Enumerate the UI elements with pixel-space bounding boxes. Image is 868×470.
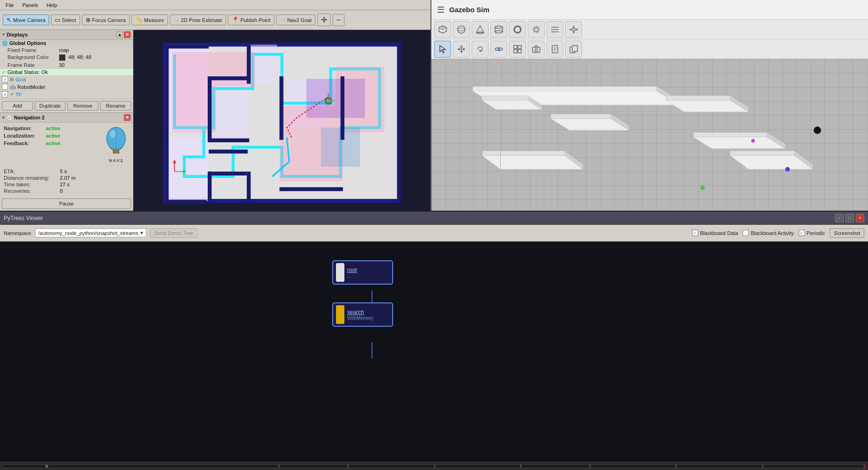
- root-node-box[interactable]: root ...: [332, 260, 393, 285]
- bg-color-swatch[interactable]: [59, 54, 66, 61]
- root-node[interactable]: root ...: [332, 260, 393, 285]
- svg-rect-83: [514, 45, 517, 49]
- svg-rect-35: [247, 44, 250, 83]
- menu-file[interactable]: File: [2, 1, 18, 9]
- lines-tool-btn[interactable]: [547, 21, 563, 38]
- displays-header: ▾ Displays ▲ ✕: [0, 30, 133, 40]
- root-name[interactable]: root: [347, 267, 357, 273]
- rename-btn[interactable]: Rename: [100, 101, 131, 110]
- svg-rect-29: [165, 44, 168, 201]
- display-buttons: Add Duplicate Remove Rename: [0, 99, 133, 112]
- move-camera-icon: ↖: [7, 16, 12, 23]
- cone-tool-btn[interactable]: [472, 21, 489, 38]
- minimize-btn[interactable]: −: [835, 214, 844, 222]
- blackboard-activity-option: Blackboard Activity: [743, 230, 794, 236]
- svg-rect-84: [518, 45, 521, 49]
- camera-gazebo-btn[interactable]: [528, 41, 545, 58]
- move-camera-btn[interactable]: ↖ Move Camera: [3, 15, 49, 25]
- screenshot-btn[interactable]: Screenshot: [830, 228, 864, 238]
- search-node[interactable]: search WithMemory: [332, 302, 393, 327]
- nav-status-row: Navigation: active: [4, 125, 99, 131]
- orbit-gazebo-btn[interactable]: [490, 41, 507, 58]
- particle-tool-btn[interactable]: [565, 21, 582, 38]
- global-options-item[interactable]: 🌐 Global Options: [0, 40, 133, 47]
- duplicate-btn[interactable]: Duplicate: [35, 101, 66, 110]
- svg-rect-33: [208, 76, 249, 80]
- nav2-balloon-label: NAV2: [109, 158, 124, 163]
- pose-estimate-btn[interactable]: → 2D Pose Estimate: [170, 15, 226, 25]
- menu-help[interactable]: Help: [43, 1, 61, 9]
- search-node-box[interactable]: search WithMemory: [332, 302, 393, 327]
- rotate-gazebo-btn[interactable]: [472, 41, 489, 58]
- nav2-goal-btn[interactable]: → Nav2 Goal: [276, 15, 315, 25]
- nav2-collapse[interactable]: ▾: [2, 115, 5, 120]
- measure-icon: 📏: [135, 16, 143, 23]
- pause-btn[interactable]: Pause: [2, 198, 131, 209]
- close-btn[interactable]: ✕: [856, 214, 864, 222]
- blackboard-activity-checkbox[interactable]: [743, 230, 749, 236]
- robotmodel-display-item[interactable]: 🤖 RobotModel: [0, 83, 133, 91]
- gazebo-toolbar-bottom: [431, 39, 868, 59]
- cylinder-tool-btn[interactable]: [490, 21, 507, 38]
- light-tool-btn[interactable]: [528, 21, 545, 38]
- extra-btn[interactable]: ✛: [317, 14, 331, 26]
- nav2-header-icon: 🧭: [7, 115, 12, 120]
- copy-gazebo-btn[interactable]: [565, 41, 582, 58]
- measure-btn[interactable]: 📏 Measure: [131, 15, 168, 25]
- send-demo-btn[interactable]: Send Demo Tree: [150, 228, 197, 238]
- grid-view-btn[interactable]: [509, 41, 526, 58]
- pytrees-canvas[interactable]: root ... search WithMemory: [0, 242, 868, 462]
- namespace-value: /autonomy_node_python/snapshot_streams: [38, 230, 139, 236]
- search-name[interactable]: search: [347, 309, 373, 316]
- focus-icon: ⊕: [86, 16, 91, 23]
- displays-collapse[interactable]: ▾: [2, 32, 5, 37]
- nav2-stats: ETA: 5 s Distance remaining: 2.07 m Time…: [0, 169, 133, 197]
- svg-marker-73: [440, 45, 445, 53]
- robotmodel-checkbox[interactable]: [2, 84, 8, 90]
- displays-scroll-up[interactable]: ▲: [117, 31, 123, 38]
- nav2-close[interactable]: ✕: [124, 114, 131, 121]
- select-icon: ▭: [55, 16, 60, 23]
- cube-tool-btn[interactable]: [434, 21, 451, 38]
- menu-panels[interactable]: Panels: [19, 1, 42, 9]
- minus-btn[interactable]: −: [333, 14, 344, 26]
- publish-point-btn[interactable]: 📍 Publish Point: [228, 15, 274, 25]
- search-text: search WithMemory: [347, 309, 373, 321]
- scrollbar-track[interactable]: [2, 464, 866, 468]
- grid-checkbox[interactable]: ✓: [2, 76, 8, 82]
- grid-display-item[interactable]: ✓ ⊞ Grid: [0, 76, 133, 83]
- blackboard-data-checkbox[interactable]: ✓: [692, 230, 698, 236]
- move-gazebo-btn[interactable]: [453, 41, 470, 58]
- doc-gazebo-btn[interactable]: [547, 41, 563, 58]
- gazebo-viewport[interactable]: [431, 59, 868, 211]
- svg-rect-38: [341, 76, 344, 140]
- svg-rect-41: [208, 172, 212, 204]
- periodic-checkbox[interactable]: ✓: [799, 230, 805, 236]
- rviz-viewport[interactable]: [133, 30, 430, 211]
- grid-label: Grid: [15, 77, 26, 82]
- select-gazebo-btn[interactable]: [434, 41, 451, 58]
- sphere-tool-btn[interactable]: [453, 21, 470, 38]
- svg-line-67: [538, 27, 540, 28]
- search-indicator: [336, 305, 344, 324]
- global-status-item[interactable]: ✓ Global Status: Ok: [0, 69, 133, 76]
- pytrees-scrollbar[interactable]: [0, 462, 868, 470]
- nav2-content: Navigation: active Localization: active …: [0, 123, 133, 166]
- add-btn[interactable]: Add: [2, 101, 33, 110]
- torus-tool-btn[interactable]: [509, 21, 526, 38]
- pose-icon: →: [174, 16, 180, 23]
- scrollbar-thumb[interactable]: [45, 465, 48, 468]
- gazebo-header: ☰ Gazebo Sim: [431, 0, 868, 20]
- tf-checkbox[interactable]: ✓: [2, 91, 8, 97]
- scroll-marker-4: [520, 465, 521, 468]
- maximize-btn[interactable]: □: [846, 214, 854, 222]
- frame-rate-prop: Frame Rate 30: [0, 62, 133, 69]
- select-btn[interactable]: ▭ Select: [51, 15, 80, 25]
- displays-close[interactable]: ✕: [124, 31, 131, 38]
- focus-camera-btn[interactable]: ⊕ Focus Camera: [82, 15, 130, 25]
- time-row: Time taken: 27 s: [4, 182, 129, 187]
- tf-display-item[interactable]: ✓ ↗ TF: [0, 91, 133, 98]
- remove-btn[interactable]: Remove: [67, 101, 98, 110]
- gazebo-menu-icon[interactable]: ☰: [437, 5, 445, 15]
- namespace-select[interactable]: /autonomy_node_python/snapshot_streams ▾: [35, 228, 146, 237]
